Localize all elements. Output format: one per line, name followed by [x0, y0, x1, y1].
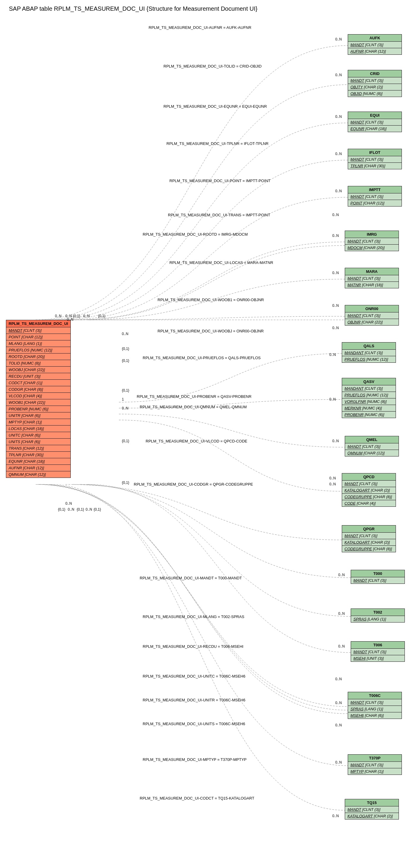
entity-qpgr: QPGRMANDT [CLNT (3)]KATALOGART [CHAR (2)… — [342, 525, 396, 552]
relation-label: RPLM_TS_MEASUREM_DOC_UI-CODGR = QPGR-COD… — [134, 482, 253, 487]
relation-label: RPLM_TS_MEASUREM_DOC_UI-PRUEFLOS = QALS-… — [143, 355, 260, 360]
connector-line — [58, 160, 348, 320]
relation-label: RPLM_TS_MEASUREM_DOC_UI-RECDU = T006-MSE… — [143, 644, 243, 649]
entity-mara: MARAMANDT [CLNT (3)]MATNR [CHAR (18)] — [345, 268, 399, 288]
cardinality-label: 0..N — [338, 612, 345, 616]
entity-rplm_ts_measurem_doc_ui: RPLM_TS_MEASUREM_DOC_UIMANDT [CLNT (3)]P… — [6, 320, 71, 478]
cardinality-label: 0..N — [332, 326, 339, 330]
field-row: AUFNR [CHAR (12)] — [348, 48, 402, 55]
field-row: VLCOD [CHAR (4)] — [6, 393, 70, 399]
field-row: MANDT [CLNT (3)] — [348, 193, 402, 200]
entity-name: RPLM_TS_MEASUREM_DOC_UI — [6, 320, 70, 327]
field-row: UNITR [CHAR (6)] — [6, 412, 70, 419]
cardinality-label: 0..N — [55, 314, 62, 318]
cardinality-label: 0..N — [329, 397, 336, 401]
field-row: MSEHI [UNIT (3)] — [351, 655, 405, 661]
field-row: KATALOGART [CHAR (2)] — [345, 813, 398, 819]
entity-name: CRID — [348, 70, 402, 78]
field-row: UNITS [CHAR (6)] — [6, 439, 70, 445]
connector-line — [80, 485, 351, 617]
connector-line — [73, 242, 345, 320]
entity-name: QASV — [342, 378, 395, 385]
cardinality-label: 0..N — [335, 37, 342, 41]
cardinality-label: 0..N — [335, 73, 342, 77]
relation-label: RPLM_TS_MEASUREM_DOC_UI-MPTYP = T370P-MP… — [143, 757, 247, 762]
connector-line — [88, 485, 351, 653]
field-row: VORGLFNR [NUMC (8)] — [342, 398, 395, 405]
cardinality-label: {0,1} — [73, 314, 80, 318]
relation-label: RPLM_TS_MEASUREM_DOC_UI-MLANG = T002-SPR… — [143, 615, 244, 619]
cardinality-label: 0..N — [67, 317, 73, 322]
field-row: MANDT [CLNT (3)] — [342, 533, 395, 539]
cardinality-label: 0..N — [85, 507, 92, 512]
field-row: PRUEFLOS [NUMC (12)] — [342, 356, 395, 363]
relation-label: RPLM_TS_MEASUREM_DOC_UI-POINT = IMPTT-PO… — [169, 179, 271, 183]
cardinality-label: 0..N — [335, 701, 342, 705]
connector-line — [50, 123, 348, 320]
cardinality-label: {0,1} — [122, 359, 129, 363]
cardinality-label: 0..N — [332, 271, 339, 275]
field-row: CODCT [CHAR (1)] — [6, 380, 70, 386]
cardinality-label: 0..N — [329, 352, 336, 357]
entity-name: IMPTT — [348, 186, 402, 193]
entity-aufk: AUFKMANDT [CLNT (3)]AUFNR [CHAR (12)] — [348, 34, 402, 55]
field-row: CODGR [CHAR (8)] — [6, 386, 70, 393]
connector-line — [43, 85, 348, 320]
cardinality-label: {0,1} — [94, 507, 101, 512]
connector-line — [119, 420, 342, 492]
cardinality-label: {0,1} — [122, 480, 129, 485]
field-row: MPTYP [CHAR (1)] — [348, 768, 402, 775]
er-diagram: RPLM_TS_MEASUREM_DOC_UIMANDT [CLNT (3)]P… — [3, 13, 414, 868]
field-row: OBJID [NUMC (8)] — [348, 90, 402, 97]
cardinality-label: {0,1} — [122, 439, 129, 443]
field-row: TPLNR [CHAR (30)] — [348, 163, 402, 169]
cardinality-label: 0..N — [332, 304, 339, 308]
field-row: MANDT [CLNT (3)] — [345, 312, 398, 319]
cardinality-label: {0,1} — [98, 314, 106, 318]
field-row: CODE [CHAR (4)] — [342, 500, 395, 506]
field-row: MPTYP [CHAR (1)] — [6, 419, 70, 426]
cardinality-label: {0,1} — [77, 507, 84, 512]
relation-label: RPLM_TS_MEASUREM_DOC_UI-TRANS = IMPTT-PO… — [168, 213, 270, 217]
field-row: MANDT [CLNT (3)] — [342, 480, 395, 487]
connector-line — [75, 246, 345, 320]
relation-label: RPLM_TS_MEASUREM_DOC_UI-LOCAS = MARA-MAT… — [169, 260, 273, 265]
field-row: PRUEFLOS [NUMC (12)] — [6, 347, 70, 353]
field-row: TRANS [CHAR (12)] — [6, 445, 70, 452]
field-row: PROBENR [NUMC (6)] — [342, 411, 395, 418]
relation-label: RPLM_TS_MEASUREM_DOC_UI-MANDT = T000-MAN… — [140, 576, 242, 580]
relation-label: RPLM_TS_MEASUREM_DOC_UI-TOLID = CRID-OBJ… — [164, 64, 262, 68]
field-row: TPLNR [CHAR (30)] — [6, 452, 70, 458]
field-row: UNITC [CHAR (6)] — [6, 432, 70, 439]
field-row: AUFNR [CHAR (12)] — [6, 465, 70, 471]
cardinality-label: {0,1} — [58, 507, 65, 512]
field-row: RECDU [UNIT (3)] — [6, 373, 70, 380]
relation-label: RPLM_TS_MEASUREM_DOC_UI-WOOB1 = ONR00-OB… — [158, 298, 264, 302]
relation-label: RPLM_TS_MEASUREM_DOC_UI-UNITS = T006C-MS… — [143, 722, 245, 726]
entity-imptt: IMPTTMANDT [CLNT (3)]POINT [CHAR (12)] — [348, 186, 402, 207]
cardinality-label: 0..N — [335, 115, 342, 119]
cardinality-label: 0..N — [83, 314, 90, 318]
field-row: LOCAS [CHAR (18)] — [6, 426, 70, 432]
field-row: MANDT [CLNT (3)] — [345, 443, 398, 450]
field-row: MANDT [CLNT (3)] — [345, 275, 398, 282]
field-row: CODEGRUPPE [CHAR (8)] — [342, 494, 395, 500]
relation-label: RPLM_TS_MEASUREM_DOC_UI-WOOBJ = ONR00-OB… — [158, 329, 264, 333]
entity-tq15: TQ15MANDT [CLNT (3)]KATALOGART [CHAR (2)… — [345, 799, 399, 819]
relation-label: RPLM_TS_MEASUREM_DOC_UI-TPLNR = IFLOT-TP… — [167, 141, 268, 146]
connector-line — [73, 485, 351, 578]
entity-t006c: T006CMANDT [CLNT (3)]SPRAS [LANG (1)]MSE… — [348, 692, 402, 719]
connector-line — [88, 316, 345, 320]
entity-name: T006C — [348, 692, 402, 699]
cardinality-label: 0..N — [332, 234, 339, 238]
entity-name: QPGR — [342, 526, 395, 533]
entity-imrg: IMRGMANDT [CLNT (3)]MDOCM [CHAR (20)] — [345, 230, 399, 251]
entity-qasv: QASVMANDANT [CLNT (3)]PRUEFLOS [NUMC (12… — [342, 378, 396, 418]
entity-name: T370P — [348, 755, 402, 762]
cardinality-label: 1 — [122, 397, 124, 401]
field-row: MANDT [CLNT (3)] — [345, 238, 398, 245]
relation-label: RPLM_TS_MEASUREM_DOC_UI-ROOTD = IMRG-MDO… — [143, 232, 248, 237]
field-row: MDOCM [CHAR (20)] — [345, 245, 398, 251]
field-row: TOLID [NUMC (8)] — [6, 360, 70, 367]
cardinality-label: 0..N — [338, 644, 345, 648]
